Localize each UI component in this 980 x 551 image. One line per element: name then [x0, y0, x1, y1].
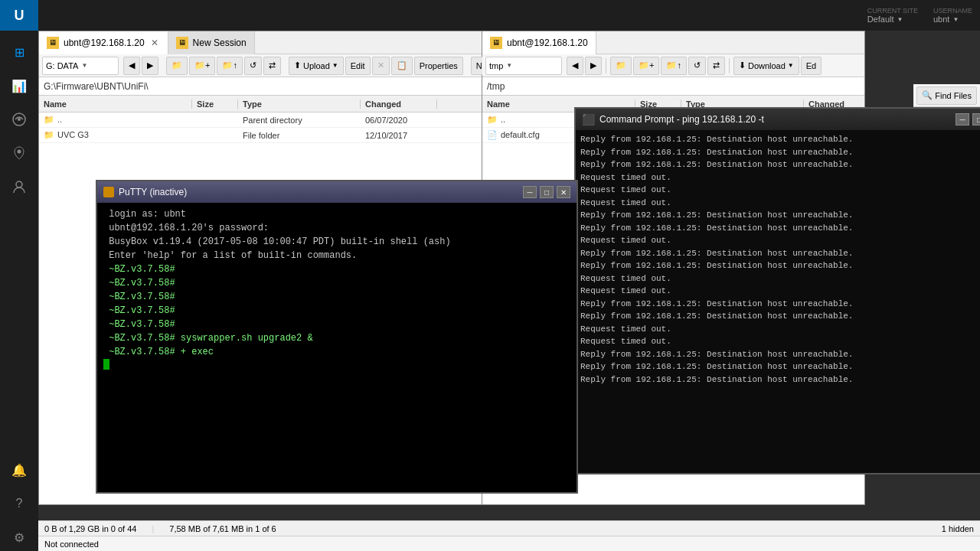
right-drive-dropdown[interactable]: tmp ▼: [485, 57, 562, 75]
right-nav-forward[interactable]: ▶: [585, 57, 602, 75]
cmd-minimize-btn[interactable]: ─: [956, 113, 969, 126]
cmd-output-line: Request timed out.: [580, 335, 980, 348]
cmd-output-line: Reply from 192.168.1.25: Destination hos…: [580, 348, 980, 361]
sidebar-icon-dashboard[interactable]: ⊞: [5, 38, 33, 66]
right-folder-new-btn[interactable]: 📁+: [633, 57, 659, 75]
drive-dropdown[interactable]: G: DATA ▼: [42, 57, 119, 75]
edit-label: Edit: [351, 61, 365, 70]
right-drive-dropdown-arrow: ▼: [506, 62, 512, 69]
right-tab[interactable]: 🖥 ubnt@192.168.1.20: [482, 31, 596, 54]
find-files-btn[interactable]: 🔍 Find Files: [916, 86, 977, 105]
right-nav-back[interactable]: ◀: [567, 57, 583, 75]
tab-new-label: New Session: [193, 37, 247, 48]
putty-icon: [103, 187, 114, 197]
file-cell-type: Parent directory: [238, 116, 361, 125]
right-folder-up-btn[interactable]: 📁↑: [661, 57, 687, 75]
folder-up-btn[interactable]: 📁↑: [217, 57, 243, 75]
refresh-btn[interactable]: ↺: [244, 57, 262, 75]
cmd-title-left: ⬛ Command Prompt - ping 192.168.1.20 -t: [582, 113, 764, 126]
left-file-row[interactable]: 📁UVC G3 File folder 12/10/2017: [39, 128, 482, 143]
sidebar-icon-clients[interactable]: [5, 173, 33, 201]
col-type[interactable]: Type: [238, 99, 361, 109]
putty-prompt-line: ~BZ.v3.7.58#: [103, 304, 570, 318]
cmd-output-line: Reply from 192.168.1.25: Destination hos…: [580, 158, 980, 171]
upload-btn[interactable]: ⬆ Upload ▼: [289, 57, 344, 75]
cmd-output-line: Reply from 192.168.1.25: Destination hos…: [580, 298, 980, 311]
putty-maximize-btn[interactable]: □: [540, 186, 554, 198]
file-cell-name: 📁..: [39, 115, 192, 125]
upload-icon: ⬆: [294, 60, 301, 70]
find-files-area: 🔍 Find Files: [913, 84, 980, 107]
putty-minimize-btn[interactable]: ─: [523, 186, 537, 198]
tab-new-icon: 🖥: [176, 37, 188, 49]
file-icon: 📁: [44, 115, 54, 125]
delete-btn[interactable]: ✕: [372, 57, 390, 75]
sidebar-icon-devices[interactable]: [5, 106, 33, 133]
drive-label: G: DATA: [46, 61, 78, 70]
username-label: USERNAME: [933, 7, 972, 15]
right-sep-2: [729, 58, 730, 73]
tab-new-session[interactable]: 🖥 New Session: [168, 31, 255, 54]
svg-point-1: [18, 118, 21, 121]
right-refresh-btn[interactable]: ↺: [688, 57, 706, 75]
upload-dropdown[interactable]: ▼: [332, 62, 338, 69]
site-dropdown-icon[interactable]: ▼: [897, 16, 903, 23]
file-icon: 📁: [44, 130, 54, 140]
ubnt-logo[interactable]: U: [0, 0, 38, 31]
sidebar-icon-notifications[interactable]: 🔔: [5, 456, 33, 484]
putty-content[interactable]: login as: ubnt ubnt@192.168.1.20's passw…: [97, 203, 577, 492]
putty-line: BusyBox v1.19.4 (2017-05-08 10:00:47 PDT…: [103, 235, 570, 249]
putty-controls: ─ □ ✕: [523, 186, 570, 198]
svg-point-2: [18, 150, 21, 154]
cmd-output-line: Request timed out.: [580, 184, 980, 197]
putty-line: Enter 'help' for a list of built-in comm…: [103, 249, 570, 262]
tab-close-ubnt[interactable]: ✕: [149, 37, 160, 48]
cmd-titlebar[interactable]: ⬛ Command Prompt - ping 192.168.1.20 -t …: [576, 109, 980, 130]
col-changed[interactable]: Changed: [361, 99, 437, 109]
col-size[interactable]: Size: [192, 99, 238, 109]
nav-back-btn[interactable]: ◀: [123, 57, 140, 75]
username-dropdown-icon[interactable]: ▼: [952, 16, 959, 23]
cmd-icon: ⬛: [582, 113, 595, 126]
download-btn[interactable]: ⬇ Download ▼: [733, 57, 799, 75]
cmd-controls: ─ □ ✕: [956, 113, 980, 126]
right-edit-btn[interactable]: Ed: [801, 57, 822, 75]
right-path: /tmp: [487, 81, 505, 92]
folder-new-btn[interactable]: 📁+: [189, 57, 215, 75]
svg-point-3: [16, 181, 22, 187]
cmd-output-line: Reply from 192.168.1.25: Destination hos…: [580, 209, 980, 222]
cmd-output-line: Reply from 192.168.1.25: Destination hos…: [580, 360, 980, 373]
putty-line: ubnt@192.168.1.20's password:: [103, 221, 570, 235]
putty-close-btn[interactable]: ✕: [557, 186, 570, 198]
left-toolbar: G: DATA ▼ ◀ ▶ 📁 📁+ 📁↑ ↺ ⇄ ⬆ Upload ▼: [39, 54, 482, 77]
left-file-row[interactable]: 📁.. Parent directory 06/07/2020: [39, 112, 482, 128]
not-connected-text: Not connected: [44, 540, 99, 549]
sidebar-icon-help[interactable]: ?: [5, 490, 33, 517]
properties-btn[interactable]: Properties: [414, 57, 463, 75]
cmd-output-line: Reply from 192.168.1.25: Destination hos…: [580, 133, 980, 146]
sidebar-icon-map[interactable]: [5, 139, 33, 167]
right-sep-1: [606, 58, 606, 73]
current-site-label: CURRENT SITE: [867, 7, 918, 15]
right-path-bar: /tmp: [482, 77, 864, 96]
right-status: 7,58 MB of 7,61 MB in 1 of 6: [169, 524, 276, 533]
tab-ubnt-session[interactable]: 🖥 ubnt@192.168.1.20 ✕: [39, 31, 168, 54]
taskbar: U CURRENT SITE Default ▼ USERNAME ubnt ▼: [0, 0, 980, 31]
folder-icon-btn[interactable]: 📁: [166, 57, 188, 75]
copy-btn[interactable]: 📋: [391, 57, 413, 75]
putty-title-left: PuTTY (inactive): [103, 187, 187, 197]
cmd-maximize-btn[interactable]: □: [972, 113, 980, 126]
sync-btn[interactable]: ⇄: [263, 57, 281, 75]
edit-btn[interactable]: Edit: [345, 57, 371, 75]
sidebar-icon-stats[interactable]: 📊: [5, 72, 33, 99]
right-sync-btn[interactable]: ⇄: [707, 57, 725, 75]
right-folder-btn[interactable]: 📁: [610, 57, 632, 75]
download-dropdown[interactable]: ▼: [788, 62, 794, 69]
download-icon: ⬇: [739, 60, 746, 70]
col-name[interactable]: Name: [39, 99, 192, 109]
putty-titlebar[interactable]: PuTTY (inactive) ─ □ ✕: [97, 181, 577, 203]
cmd-output-line: Request timed out.: [580, 285, 980, 298]
nav-forward-btn[interactable]: ▶: [142, 57, 158, 75]
sidebar-icon-settings[interactable]: ⚙: [5, 523, 33, 551]
cmd-output-line: Request timed out.: [580, 234, 980, 247]
